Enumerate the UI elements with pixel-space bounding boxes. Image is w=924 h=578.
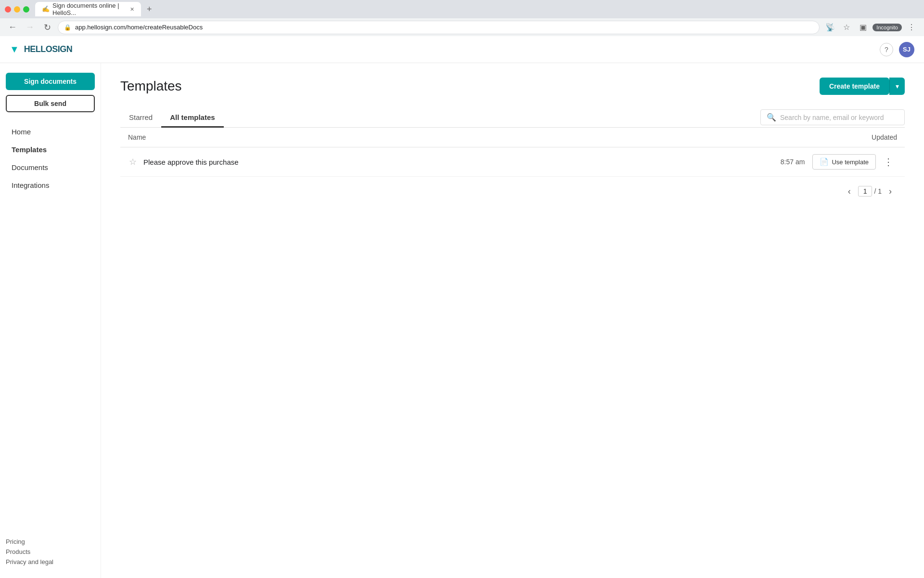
address-bar[interactable]: 🔒 app.hellosign.com/home/createReusableD… (58, 21, 820, 34)
sign-documents-button[interactable]: Sign documents (6, 73, 95, 90)
col-updated-header: Updated (801, 133, 897, 141)
cast-button[interactable]: 📡 (823, 21, 837, 34)
tab-title: Sign documents online | HelloS... (52, 2, 125, 16)
reload-button[interactable]: ↻ (40, 21, 54, 34)
footer-link-products[interactable]: Products (6, 548, 95, 555)
traffic-light-green[interactable] (23, 6, 29, 13)
next-page-button[interactable]: › (884, 184, 897, 198)
bulk-send-button[interactable]: Bulk send (6, 95, 95, 112)
logo-v-icon: ▼ (10, 44, 19, 55)
page-title: Templates (120, 79, 820, 94)
create-template-button[interactable]: Create template (820, 78, 889, 95)
pagination: ‹ 1 / 1 › (120, 184, 905, 198)
address-text: app.hellosign.com/home/createReusableDoc… (75, 24, 203, 31)
new-tab-button[interactable]: + (143, 4, 156, 14)
templates-table: Name Updated ☆ Please approve this purch… (120, 128, 905, 177)
sidebar: Sign documents Bulk send Home Templates … (0, 63, 101, 578)
logo-text: HELLOSIGN (24, 44, 73, 54)
browser-chrome: ✍ Sign documents online | HelloS... ✕ + … (0, 0, 924, 36)
search-icon: 🔍 (767, 113, 776, 122)
tab-favicon: ✍ (42, 5, 50, 13)
bookmark-button[interactable]: ☆ (840, 21, 853, 34)
sidebar-item-templates[interactable]: Templates (6, 142, 95, 158)
browser-tab[interactable]: ✍ Sign documents online | HelloS... ✕ (35, 2, 141, 16)
sidebar-item-home[interactable]: Home (6, 124, 95, 140)
use-template-icon: 📄 (820, 158, 829, 166)
sidebar-item-documents[interactable]: Documents (6, 159, 95, 175)
more-options-button[interactable]: ⋮ (880, 154, 897, 170)
back-button[interactable]: ← (6, 21, 19, 34)
footer-link-privacy[interactable]: Privacy and legal (6, 558, 95, 565)
tab-starred[interactable]: Starred (120, 108, 161, 128)
tab-close-icon[interactable]: ✕ (130, 6, 134, 13)
help-icon: ? (885, 46, 888, 53)
app-header: ▼ HELLOSIGN ? SJ (0, 36, 924, 63)
tab-all-templates[interactable]: All templates (161, 108, 223, 128)
page-separator: / 1 (874, 187, 882, 195)
browser-menu-button[interactable]: ⋮ (905, 21, 918, 34)
sidebar-item-integrations[interactable]: Integrations (6, 177, 95, 193)
col-name-header: Name (128, 133, 801, 141)
traffic-light-red[interactable] (5, 6, 11, 13)
tabs-bar: Starred All templates 🔍 Search by name, … (120, 108, 905, 128)
app: ▼ HELLOSIGN ? SJ Sign documents Bulk sen… (0, 36, 924, 578)
footer-link-pricing[interactable]: Pricing (6, 538, 95, 545)
avatar[interactable]: SJ (899, 42, 914, 57)
avatar-initials: SJ (903, 46, 911, 53)
search-box[interactable]: 🔍 Search by name, email or keyword (760, 109, 905, 125)
template-name: Please approve this purchase (143, 158, 757, 166)
forward-button[interactable]: → (23, 21, 37, 34)
split-view-button[interactable]: ▣ (856, 21, 870, 34)
lock-icon: 🔒 (64, 24, 71, 31)
incognito-badge: Incognito (873, 24, 902, 31)
help-button[interactable]: ? (880, 43, 893, 56)
traffic-light-yellow[interactable] (14, 6, 20, 13)
main-content: Templates Create template ▾ Starred All … (101, 63, 924, 578)
logo: ▼ HELLOSIGN (10, 44, 72, 55)
current-page-box: 1 (858, 186, 873, 197)
search-placeholder: Search by name, email or keyword (780, 114, 884, 121)
template-updated: 8:57 am (757, 158, 805, 166)
create-template-dropdown-button[interactable]: ▾ (889, 78, 905, 95)
use-template-button[interactable]: 📄 Use template (812, 154, 876, 170)
star-button[interactable]: ☆ (128, 156, 138, 168)
prev-page-button[interactable]: ‹ (843, 184, 856, 198)
table-row: ☆ Please approve this purchase 8:57 am 📄… (120, 147, 905, 177)
